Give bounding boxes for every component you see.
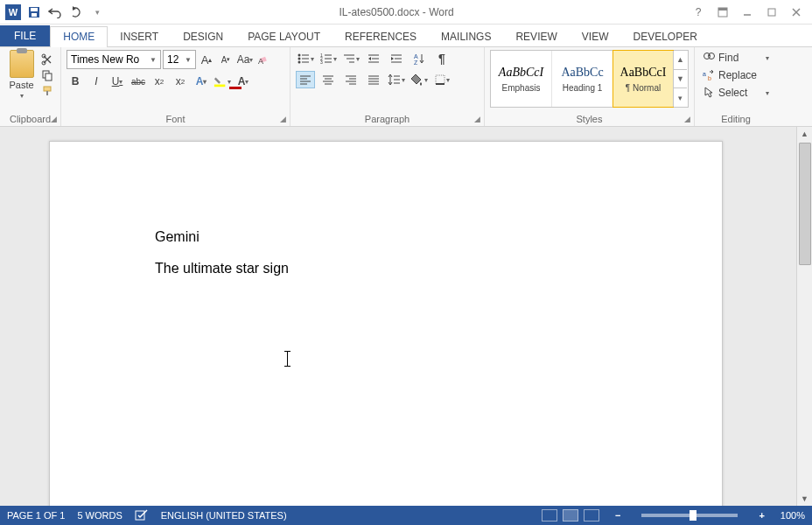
align-left-button[interactable] xyxy=(296,71,315,88)
qat-customize-icon[interactable]: ▾ xyxy=(89,4,105,20)
style-preview: AaBbCc xyxy=(561,66,603,80)
find-icon xyxy=(703,52,715,64)
zoom-in-button[interactable]: + xyxy=(755,510,767,521)
font-name-combo[interactable]: Times New Ro▼ xyxy=(66,50,161,69)
clipboard-dialog-launcher-icon[interactable]: ◢ xyxy=(51,115,57,123)
font-size-combo[interactable]: 12▼ xyxy=(163,50,196,69)
grow-font-icon[interactable]: A▴ xyxy=(198,51,215,68)
tab-page-layout[interactable]: PAGE LAYOUT xyxy=(235,27,332,46)
numbering-icon[interactable]: 123▾ xyxy=(318,50,338,67)
show-hide-icon[interactable]: ¶ xyxy=(432,50,452,67)
find-button[interactable]: Find▾ xyxy=(700,50,772,66)
styles-dialog-launcher-icon[interactable]: ◢ xyxy=(684,115,690,123)
scroll-down-icon[interactable]: ▼ xyxy=(797,492,812,506)
change-case-icon[interactable]: Aa▾ xyxy=(236,51,254,68)
select-button[interactable]: Select▾ xyxy=(700,85,772,101)
bold-button[interactable]: B xyxy=(66,73,84,90)
align-right-button[interactable] xyxy=(341,71,360,88)
paste-button[interactable]: Paste ▾ xyxy=(5,50,38,100)
line-spacing-icon[interactable]: ▾ xyxy=(387,71,406,88)
bullets-icon[interactable]: ▾ xyxy=(296,50,315,67)
svg-rect-60 xyxy=(436,75,444,84)
status-page[interactable]: PAGE 1 OF 1 xyxy=(7,510,65,521)
tab-review[interactable]: REVIEW xyxy=(503,27,569,46)
replace-button[interactable]: ab Replace xyxy=(700,67,772,83)
zoom-slider-handle[interactable] xyxy=(690,510,696,521)
clear-formatting-icon[interactable]: A xyxy=(256,51,273,68)
gallery-down-icon[interactable]: ▼ xyxy=(674,70,687,89)
cut-icon[interactable] xyxy=(41,53,55,66)
multilevel-list-icon[interactable]: ▾ xyxy=(341,50,360,67)
shading-icon[interactable]: ▾ xyxy=(410,71,429,88)
strikethrough-button[interactable]: abc xyxy=(130,73,147,90)
decrease-indent-icon[interactable] xyxy=(364,50,383,67)
tab-mailings[interactable]: MAILINGS xyxy=(429,27,503,46)
group-font-label: Font xyxy=(66,112,284,124)
ribbon: Paste ▾ Clipboard ◢ Times New Ro▼ 12▼ A▴… xyxy=(0,46,812,127)
paragraph-dialog-launcher-icon[interactable]: ◢ xyxy=(474,115,480,123)
style-heading1[interactable]: AaBbCc Heading 1 xyxy=(552,51,613,107)
maximize-icon[interactable] xyxy=(765,5,779,19)
ribbon-display-options-icon[interactable] xyxy=(716,5,730,19)
proofing-icon[interactable] xyxy=(135,509,149,522)
scroll-thumb[interactable] xyxy=(799,143,811,265)
vertical-scrollbar[interactable]: ▲ ▼ xyxy=(796,127,812,506)
status-language[interactable]: ENGLISH (UNITED STATES) xyxy=(161,510,287,521)
print-layout-icon[interactable] xyxy=(563,509,578,522)
underline-button[interactable]: U▾ xyxy=(108,73,126,90)
gallery-up-icon[interactable]: ▲ xyxy=(674,51,687,70)
format-painter-icon[interactable] xyxy=(41,85,55,97)
justify-button[interactable] xyxy=(364,71,383,88)
shrink-font-icon[interactable]: A▾ xyxy=(217,51,234,68)
font-dialog-launcher-icon[interactable]: ◢ xyxy=(280,115,286,123)
tab-design[interactable]: DESIGN xyxy=(171,27,235,46)
select-label: Select xyxy=(718,87,747,99)
highlight-color-icon[interactable]: ▾ xyxy=(214,73,231,90)
increase-indent-icon[interactable] xyxy=(387,50,406,67)
status-words[interactable]: 5 WORDS xyxy=(77,510,122,521)
paragraph-2[interactable]: The ultimate star sign xyxy=(155,261,617,276)
italic-button[interactable]: I xyxy=(88,73,105,90)
read-mode-icon[interactable] xyxy=(542,509,557,522)
chevron-down-icon: ▼ xyxy=(185,56,192,64)
superscript-icon[interactable]: x2 xyxy=(172,73,189,90)
borders-icon[interactable]: ▾ xyxy=(432,71,452,88)
font-size-value: 12 xyxy=(167,53,178,66)
text-effects-icon[interactable]: A▾ xyxy=(192,73,210,90)
tab-insert[interactable]: INSERT xyxy=(108,27,171,46)
style-normal[interactable]: AaBbCcI ¶ Normal xyxy=(612,50,674,108)
document-area[interactable]: Gemini The ultimate star sign xyxy=(0,127,796,506)
svg-rect-14 xyxy=(46,91,48,95)
page[interactable]: Gemini The ultimate star sign xyxy=(49,141,723,506)
font-color-icon[interactable]: A▾ xyxy=(234,73,252,90)
align-center-button[interactable] xyxy=(318,71,338,88)
web-layout-icon[interactable] xyxy=(584,509,599,522)
scroll-up-icon[interactable]: ▲ xyxy=(797,127,812,141)
style-emphasis[interactable]: AaBbCcI Emphasis xyxy=(491,51,552,107)
tab-references[interactable]: REFERENCES xyxy=(332,27,429,46)
zoom-out-button[interactable]: − xyxy=(612,510,624,521)
paragraph-1[interactable]: Gemini xyxy=(155,229,617,245)
minimize-icon[interactable] xyxy=(740,5,754,19)
copy-icon[interactable] xyxy=(41,69,55,81)
svg-rect-17 xyxy=(214,85,225,88)
tab-developer[interactable]: DEVELOPER xyxy=(620,27,709,46)
gallery-more-icon[interactable]: ▾ xyxy=(674,88,687,107)
zoom-slider[interactable] xyxy=(641,514,738,517)
zoom-level[interactable]: 100% xyxy=(780,510,805,521)
svg-rect-4 xyxy=(718,8,727,10)
subscript-icon[interactable]: x2 xyxy=(150,73,168,90)
close-icon[interactable] xyxy=(789,5,803,19)
tab-file[interactable]: FILE xyxy=(0,25,50,46)
sort-icon[interactable]: AZ xyxy=(410,50,429,67)
tab-home[interactable]: HOME xyxy=(50,26,108,46)
save-icon[interactable] xyxy=(26,4,42,20)
title-bar: W ▾ IL-ates0500.docx - Word ? xyxy=(0,0,812,24)
style-name: Heading 1 xyxy=(563,83,603,93)
tab-view[interactable]: VIEW xyxy=(570,27,621,46)
view-buttons xyxy=(542,509,599,522)
help-icon[interactable]: ? xyxy=(691,5,705,19)
redo-icon[interactable] xyxy=(68,4,84,20)
svg-rect-67 xyxy=(136,511,144,520)
undo-icon[interactable] xyxy=(47,4,63,20)
